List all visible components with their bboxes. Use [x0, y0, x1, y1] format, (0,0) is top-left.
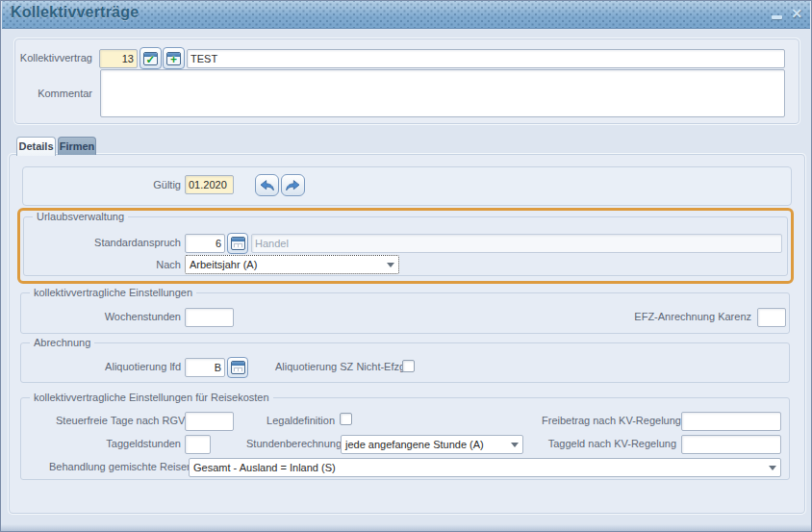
legaldefinition-label: Legaldefinition — [239, 415, 335, 426]
efz-anrechnung-karenz-input[interactable] — [757, 308, 786, 327]
aliquotierung-sz-checkbox[interactable] — [402, 360, 415, 372]
aliquotierung-lookup-button[interactable] — [227, 357, 248, 378]
calculator-icon — [231, 237, 245, 250]
legaldefinition-checkbox[interactable] — [340, 413, 352, 425]
minimize-icon — [772, 15, 782, 19]
freibetrag-input[interactable] — [681, 412, 781, 431]
kollektivvertrag-number-input[interactable] — [99, 49, 138, 68]
behandlung-gemischte-reisen-dropdown[interactable]: Gesamt - Ausland = Inland (S) — [189, 458, 781, 477]
tab-details[interactable]: Details — [16, 137, 56, 156]
nach-dropdown[interactable]: Arbeitsjahr (A) — [185, 255, 399, 274]
stundenberechnung-dropdown-value: jede angefangene Stunde (A) — [345, 439, 484, 450]
kommentar-label: Kommentar — [9, 88, 92, 99]
urlaubsverwaltung-legend: Urlaubsverwaltung — [33, 211, 128, 222]
taggeldstunden-input[interactable] — [185, 435, 211, 454]
standardanspruch-input[interactable] — [185, 234, 225, 253]
abrechnung-legend: Abrechnung — [30, 337, 94, 348]
nach-label: Nach — [133, 259, 181, 270]
chevron-down-icon — [511, 443, 519, 451]
next-period-button[interactable] — [281, 174, 305, 196]
arrow-left-icon — [259, 179, 275, 191]
window-title: Kollektivverträge — [11, 4, 139, 21]
standardanspruch-lookup-button[interactable] — [227, 233, 248, 254]
close-icon: ✕ — [791, 6, 802, 21]
aliquotierung-sz-label: Aliquotierung SZ Nicht-Efzg — [275, 361, 397, 372]
wochenstunden-input[interactable] — [185, 308, 234, 327]
arrow-right-icon — [285, 179, 301, 191]
standardanspruch-text-input — [251, 234, 782, 253]
chevron-down-icon — [769, 466, 776, 474]
stundenberechnung-dropdown[interactable]: jede angefangene Stunde (A) — [341, 435, 523, 454]
taggeld-input[interactable] — [681, 435, 781, 454]
add-record-button[interactable]: + — [163, 47, 185, 69]
wochenstunden-label: Wochenstunden — [85, 311, 181, 322]
chevron-down-icon — [387, 263, 394, 271]
kollektivvertrag-label: Kollektivvertrag — [9, 52, 92, 63]
stundenberechnung-label: Stundenberechnung — [246, 438, 336, 449]
taggeldstunden-label: Taggeldstunden — [104, 438, 181, 449]
check-mark: ✓ — [144, 53, 157, 66]
tab-firmen[interactable]: Firmen — [58, 137, 96, 155]
gueltig-input[interactable] — [185, 175, 234, 194]
close-button[interactable]: ✕ — [789, 5, 804, 22]
kollektivvertraege-window: Kollektivverträge ✕ Kollektivvertrag ✓ +… — [0, 0, 812, 532]
kv-einstellungen-legend: kollektivvertragliche Einstellungen — [30, 287, 196, 298]
record-list-check-icon: ✓ — [143, 52, 158, 65]
steuerfreie-tage-label: Steuerfreie Tage nach RGV — [56, 415, 181, 426]
previous-period-button[interactable] — [255, 174, 279, 196]
record-list-plus-icon: + — [166, 52, 181, 65]
aliquotierung-lfd-label: Aliquotierung lfd — [85, 361, 181, 372]
nach-dropdown-value: Arbeitsjahr (A) — [190, 259, 257, 270]
aliquotierung-lfd-input[interactable] — [185, 358, 225, 377]
window-bottom-edge — [1, 524, 811, 531]
titlebar[interactable]: Kollektivverträge ✕ — [2, 1, 810, 29]
minimize-button[interactable] — [771, 9, 784, 22]
efz-anrechnung-karenz-label: EFZ-Anrechnung Karenz — [617, 311, 751, 322]
calculator-icon — [231, 361, 245, 374]
select-record-button[interactable]: ✓ — [140, 47, 162, 69]
behandlung-dropdown-value: Gesamt - Ausland = Inland (S) — [193, 462, 336, 473]
behandlung-gemischte-reisen-label: Behandlung gemischte Reisen — [49, 461, 185, 472]
kommentar-textarea[interactable] — [100, 69, 785, 117]
kollektivvertrag-name-input[interactable] — [187, 49, 785, 68]
plus-mark: + — [167, 53, 180, 66]
steuerfreie-tage-input[interactable] — [185, 412, 234, 431]
standardanspruch-label: Standardanspruch — [75, 237, 181, 248]
gueltig-label: Gültig — [97, 179, 181, 190]
freibetrag-label: Freibetrag nach KV-Regelung — [542, 415, 676, 426]
reisekosten-legend: kollektivvertragliche Einstellungen für … — [30, 392, 273, 403]
taggeld-label: Taggeld nach KV-Regelung — [542, 438, 676, 449]
